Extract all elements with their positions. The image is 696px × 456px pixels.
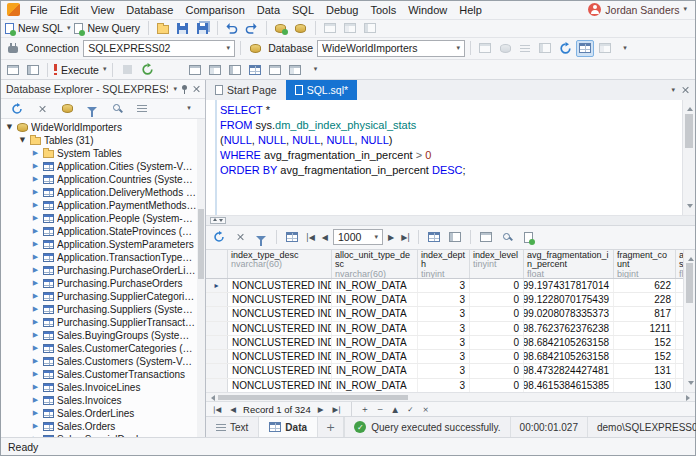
layout-options-button[interactable]: ▾ [306, 61, 324, 78]
table-cell[interactable]: NONCLUSTERED INDEX [228, 379, 332, 392]
tree-item[interactable]: ▼Tables (31) [1, 134, 205, 147]
pin-document-button[interactable] [4, 61, 22, 78]
next-page-button[interactable]: ▶ [386, 233, 396, 242]
table-cell[interactable]: 130 [614, 379, 676, 392]
table-cell[interactable]: 3 [418, 279, 470, 292]
table-cell[interactable]: IN_ROW_DATA [332, 293, 418, 306]
next-record-button[interactable]: ▶ [316, 405, 326, 414]
code-line[interactable]: SELECT * [220, 103, 679, 118]
tree-item[interactable]: ▶Application.PaymentMethods (System-Vers… [1, 199, 205, 212]
table-cell[interactable]: 131 [614, 364, 676, 377]
table-cell[interactable]: 0 [470, 307, 524, 320]
expand-icon[interactable]: ▶ [31, 150, 40, 157]
tree-item[interactable]: ▶System Tables [1, 147, 205, 160]
table-cell[interactable]: 0 [470, 279, 524, 292]
editor-results-splitter[interactable] [206, 216, 695, 226]
code-line[interactable]: (NULL, NULL, NULL, NULL, NULL) [220, 133, 679, 148]
table-cell[interactable]: NONCLUSTERED INDEX [228, 336, 332, 349]
tab-data[interactable]: Data [259, 417, 318, 437]
collapse-icon[interactable]: ▼ [5, 124, 14, 131]
scrollbar-thumb[interactable] [218, 395, 408, 400]
tree-item[interactable]: ▶Sales.InvoiceLines [1, 381, 205, 394]
expand-icon[interactable]: ▶ [31, 371, 40, 378]
expand-icon[interactable]: ▶ [31, 410, 40, 417]
format-sql-button[interactable] [536, 40, 554, 57]
scroll-left-icon[interactable] [208, 395, 215, 401]
layout-results-button[interactable] [266, 61, 284, 78]
menu-debug[interactable]: Debug [320, 3, 364, 17]
close-panel-icon[interactable] [192, 85, 200, 93]
document-map-button[interactable] [24, 61, 42, 78]
execution-plan-button[interactable] [596, 40, 614, 57]
disconnect-button[interactable] [33, 100, 51, 117]
table-cell[interactable]: IN_ROW_DATA [332, 279, 418, 292]
expand-icon[interactable]: ▶ [31, 215, 40, 222]
reconnect-button[interactable] [138, 61, 156, 78]
query-options-toggle[interactable] [576, 40, 594, 57]
editor-vscrollbar[interactable] [682, 100, 695, 215]
table-cell[interactable]: IN_ROW_DATA [332, 322, 418, 335]
tree-item[interactable]: ▼WideWorldImporters [1, 121, 205, 134]
table-cell[interactable]: 152 [614, 350, 676, 363]
tree-item[interactable]: ▶Purchasing.PurchaseOrders [1, 277, 205, 290]
table-cell[interactable]: 99.1228070175439 [524, 293, 614, 306]
expand-icon[interactable]: ▶ [31, 176, 40, 183]
tree-item[interactable]: ▶Purchasing.PurchaseOrderLines [1, 264, 205, 277]
tab-list-icon[interactable]: ▾ [671, 87, 675, 94]
layout-tabbed-button[interactable] [246, 61, 264, 78]
tree-item[interactable]: ▶Sales.Customers (System-Versioned) [1, 355, 205, 368]
scrollbar-thumb[interactable] [686, 263, 693, 303]
column-header-index_type_desc[interactable]: index_type_descnvarchar(60) [228, 250, 332, 278]
scroll-right-icon[interactable] [686, 395, 693, 401]
table-row[interactable]: NONCLUSTERED INDEXIN_ROW_DATA3098.461538… [206, 379, 695, 393]
table-cell[interactable]: 0 [470, 322, 524, 335]
expand-icon[interactable]: ▶ [31, 241, 40, 248]
scrollbar-thumb[interactable] [685, 114, 693, 148]
tree-item[interactable]: ▶Sales.SpecialDeals [1, 433, 205, 437]
tree-item[interactable]: ▶Sales.CustomerTransactions [1, 368, 205, 381]
new-sql-button[interactable]: New SQL▾ [4, 20, 71, 37]
scroll-down-icon[interactable] [688, 381, 694, 388]
table-cell[interactable]: 0 [470, 293, 524, 306]
table-cell[interactable]: IN_ROW_DATA [332, 364, 418, 377]
prev-record-button[interactable]: ◀ [228, 405, 238, 414]
table-cell[interactable]: 99.0208078335373 [524, 307, 614, 320]
grid-hscrollbar[interactable] [206, 392, 695, 401]
undo-button[interactable] [223, 20, 241, 37]
database-select[interactable]: WideWorldImporters▾ [317, 40, 465, 57]
stop-execution-button[interactable] [118, 61, 136, 78]
grid-view-button[interactable] [425, 229, 443, 246]
table-row[interactable]: NONCLUSTERED INDEXIN_ROW_DATA3099.020807… [206, 307, 695, 321]
append-record-button[interactable]: + [360, 405, 370, 414]
tree-item[interactable]: ▶Application.Cities (System-Versioned) [1, 160, 205, 173]
table-cell[interactable]: 0 [470, 350, 524, 363]
code-line[interactable]: FROM sys.dm_db_index_physical_stats [220, 118, 679, 133]
attach-database-button[interactable] [272, 20, 290, 37]
table-cell[interactable]: 3 [418, 336, 470, 349]
toolbar-options-button[interactable]: ▾ [616, 40, 634, 57]
close-document-icon[interactable] [681, 86, 689, 94]
find-in-results-button[interactable] [498, 229, 516, 246]
expand-icon[interactable]: ▶ [31, 397, 40, 404]
table-cell[interactable]: 98.4615384615385 [524, 379, 614, 392]
save-all-button[interactable] [194, 20, 212, 37]
filter-objects-button[interactable] [83, 100, 101, 117]
table-cell[interactable]: 0 [470, 364, 524, 377]
table-cell[interactable]: NONCLUSTERED INDEX [228, 350, 332, 363]
table-cell[interactable]: 3 [418, 350, 470, 363]
table-cell[interactable]: NONCLUSTERED INDEX [228, 307, 332, 320]
window-split-button[interactable] [341, 20, 359, 37]
code-line[interactable]: ORDER BY avg_fragmentation_in_percent DE… [220, 163, 679, 178]
refresh-schema-button[interactable] [556, 40, 574, 57]
table-cell[interactable]: NONCLUSTERED INDEX [228, 293, 332, 306]
pivot-view-button[interactable] [477, 229, 495, 246]
expand-icon[interactable]: ▶ [31, 306, 40, 313]
edit-connection-button[interactable] [476, 40, 494, 57]
table-cell[interactable]: 3 [418, 293, 470, 306]
new-connection-button[interactable] [58, 100, 76, 117]
table-row[interactable]: NONCLUSTERED INDEXIN_ROW_DATA3098.684210… [206, 336, 695, 350]
column-header-avg_fragmentation_in_percent[interactable]: avg_fragmentation_in_percentfloat [524, 250, 614, 278]
table-cell[interactable]: 152 [614, 336, 676, 349]
scroll-up-icon[interactable] [687, 104, 693, 111]
refresh-results-button[interactable] [210, 229, 228, 246]
